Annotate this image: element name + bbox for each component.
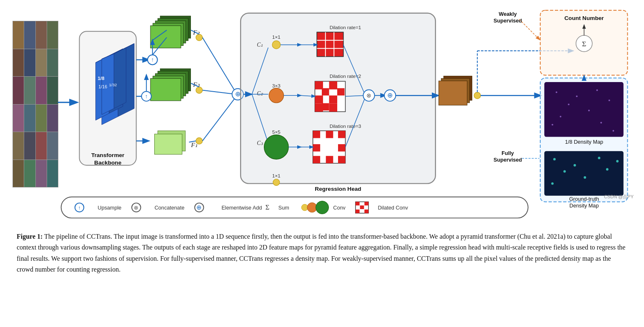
svg-text:⊗: ⊗ <box>366 92 371 99</box>
svg-text:Concatenate: Concatenate <box>155 205 185 211</box>
svg-text:⊕: ⊕ <box>235 90 241 97</box>
svg-text:Sum: Sum <box>278 205 289 211</box>
svg-line-43 <box>203 90 236 95</box>
svg-text:3×3: 3×3 <box>272 83 281 88</box>
svg-point-64 <box>272 41 280 49</box>
svg-text:Dilation rate=1: Dilation rate=1 <box>330 25 361 30</box>
svg-text:Dilated Conv: Dilated Conv <box>378 205 408 211</box>
watermark: CSDN @点PY <box>604 194 634 200</box>
svg-point-141 <box>612 130 614 132</box>
svg-rect-25 <box>150 26 181 48</box>
svg-line-44 <box>203 97 236 141</box>
svg-text:Σ: Σ <box>582 40 586 48</box>
svg-point-37 <box>196 87 203 94</box>
caption-text: The pipeline of CCTrans. The input image… <box>17 233 625 273</box>
svg-line-42 <box>203 37 236 92</box>
svg-text:⊗: ⊗ <box>134 205 138 211</box>
svg-point-133 <box>576 95 578 97</box>
svg-rect-97 <box>313 144 321 152</box>
svg-point-171 <box>307 202 317 212</box>
svg-rect-178 <box>364 210 368 213</box>
svg-rect-179 <box>360 205 364 209</box>
svg-text:↑: ↑ <box>145 93 148 100</box>
svg-text:Ground-truth: Ground-truth <box>569 196 599 202</box>
svg-rect-177 <box>356 210 360 213</box>
svg-point-140 <box>600 122 602 124</box>
svg-text:1/32: 1/32 <box>109 82 117 87</box>
svg-rect-99 <box>313 156 321 163</box>
svg-rect-98 <box>338 144 346 152</box>
svg-text:5×5: 5×5 <box>272 129 281 135</box>
svg-point-152 <box>616 160 619 162</box>
svg-point-146 <box>574 164 576 167</box>
svg-point-70 <box>264 135 288 159</box>
svg-point-67 <box>269 88 283 103</box>
svg-text:1×1: 1×1 <box>272 173 281 178</box>
svg-text:C₁: C₁ <box>257 42 263 48</box>
svg-text:↑: ↑ <box>78 205 80 211</box>
svg-rect-89 <box>322 88 329 96</box>
svg-line-129 <box>519 19 539 40</box>
svg-text:Count Number: Count Number <box>564 15 604 21</box>
svg-text:⊕: ⊕ <box>196 204 202 211</box>
svg-point-38 <box>196 138 203 145</box>
svg-rect-101 <box>338 156 346 163</box>
svg-rect-95 <box>326 131 333 138</box>
svg-text:↑: ↑ <box>151 57 154 63</box>
svg-text:⊕: ⊕ <box>387 92 393 99</box>
svg-marker-8 <box>114 47 126 108</box>
svg-text:Backbone: Backbone <box>94 160 122 166</box>
svg-text:Σ: Σ <box>266 203 270 211</box>
caption-area: Figure 1: The pipeline of CCTrans. The i… <box>8 225 636 280</box>
svg-text:1/16: 1/16 <box>98 84 107 89</box>
svg-text:Conv: Conv <box>333 205 346 211</box>
svg-text:Regression Head: Regression Head <box>315 186 361 192</box>
svg-rect-117 <box>439 81 467 105</box>
svg-point-147 <box>598 157 600 159</box>
svg-text:Fully: Fully <box>501 150 514 156</box>
svg-point-73 <box>273 179 280 186</box>
svg-point-136 <box>588 110 590 111</box>
svg-rect-96 <box>338 131 346 138</box>
svg-point-118 <box>474 92 481 99</box>
svg-rect-91 <box>322 103 329 111</box>
svg-text:Dilation rate=3: Dilation rate=3 <box>330 123 361 129</box>
svg-point-135 <box>568 104 569 105</box>
svg-text:Elementwise Add: Elementwise Add <box>221 205 262 211</box>
svg-point-150 <box>551 182 554 185</box>
svg-text:Supervised: Supervised <box>494 18 522 24</box>
svg-rect-131 <box>544 82 624 137</box>
svg-point-151 <box>606 168 609 171</box>
svg-rect-90 <box>337 88 345 96</box>
svg-text:Supervised: Supervised <box>494 157 522 163</box>
svg-text:1/8 Density Map: 1/8 Density Map <box>565 139 603 145</box>
svg-point-145 <box>553 158 556 160</box>
svg-point-138 <box>609 100 610 101</box>
svg-point-149 <box>584 176 586 179</box>
svg-text:1/8: 1/8 <box>98 75 105 81</box>
svg-point-148 <box>564 170 566 172</box>
svg-rect-176 <box>364 202 368 205</box>
svg-point-137 <box>560 116 561 117</box>
svg-rect-158 <box>61 197 528 218</box>
svg-text:Density Map: Density Map <box>569 203 599 209</box>
svg-text:C₂: C₂ <box>257 90 263 97</box>
svg-rect-76 <box>317 32 343 56</box>
svg-text:C₃: C₃ <box>257 140 263 146</box>
svg-rect-175 <box>356 202 360 205</box>
svg-text:Weakly: Weakly <box>499 11 516 17</box>
diagram-area: 1/8 1/16 1/32 Transformer Backbone ⊕ F₂ <box>8 4 636 225</box>
diagram-svg: 1/8 1/16 1/32 Transformer Backbone ⊕ F₂ <box>8 4 636 225</box>
svg-point-134 <box>596 90 598 91</box>
svg-text:Upsample: Upsample <box>98 205 121 211</box>
svg-rect-85 <box>315 95 323 103</box>
svg-point-139 <box>551 124 553 125</box>
svg-rect-86 <box>329 95 337 103</box>
main-container: 1/8 1/16 1/32 Transformer Backbone ⊕ F₂ <box>0 0 644 284</box>
svg-rect-34 <box>155 134 182 155</box>
svg-point-172 <box>316 201 328 214</box>
svg-rect-144 <box>544 151 624 196</box>
svg-rect-84 <box>329 81 337 89</box>
svg-rect-100 <box>326 156 333 163</box>
svg-rect-88 <box>329 104 337 112</box>
